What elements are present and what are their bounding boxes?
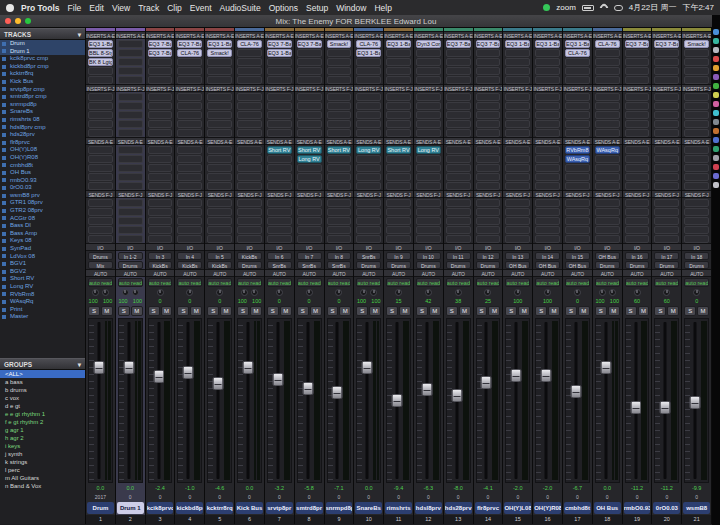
fader-handle[interactable]: [630, 401, 641, 414]
send-slot[interactable]: [535, 226, 560, 234]
send-slot[interactable]: [148, 164, 173, 172]
insert-slot[interactable]: [684, 129, 709, 137]
send-slot[interactable]: Short RV: [386, 146, 411, 154]
send-slot[interactable]: [654, 146, 679, 154]
insert-slot[interactable]: [535, 58, 560, 66]
pan-knob[interactable]: [122, 289, 129, 296]
fader-handle[interactable]: [570, 385, 581, 398]
send-slot[interactable]: [595, 217, 620, 225]
insert-slot[interactable]: [118, 102, 143, 110]
insert-slot[interactable]: [327, 93, 352, 101]
track-name-button[interactable]: OH(Y)L08: [504, 502, 531, 514]
menu-item-edit[interactable]: Edit: [89, 3, 104, 13]
send-slot[interactable]: [625, 155, 650, 163]
menu-item-track[interactable]: Track: [138, 3, 159, 13]
dock-icon-12[interactable]: [713, 137, 719, 143]
pan-knob[interactable]: [335, 289, 342, 296]
insert-slot[interactable]: [356, 67, 381, 75]
insert-slot[interactable]: [148, 67, 173, 75]
solo-button[interactable]: S: [654, 306, 666, 316]
solo-button[interactable]: S: [535, 306, 547, 316]
fader-handle[interactable]: [93, 361, 104, 374]
send-slot[interactable]: [416, 226, 441, 234]
send-slot[interactable]: [535, 155, 560, 163]
insert-slot[interactable]: [595, 49, 620, 57]
insert-slot[interactable]: [386, 111, 411, 119]
send-slot[interactable]: [595, 235, 620, 243]
insert-slot[interactable]: [654, 49, 679, 57]
insert-slot[interactable]: [535, 102, 560, 110]
send-slot[interactable]: [88, 146, 113, 154]
insert-slot[interactable]: [237, 67, 262, 75]
send-slot[interactable]: [565, 182, 590, 190]
send-slot[interactable]: [148, 173, 173, 181]
fader-handle[interactable]: [272, 373, 283, 386]
menu-item-clip[interactable]: Clip: [167, 3, 182, 13]
insert-slot[interactable]: [446, 58, 471, 66]
send-slot[interactable]: [267, 173, 292, 181]
send-slot[interactable]: [207, 155, 232, 163]
mute-button[interactable]: M: [578, 306, 590, 316]
insert-slot[interactable]: CLA-76: [237, 40, 262, 48]
send-slot[interactable]: [207, 164, 232, 172]
dock-icon-3[interactable]: [713, 56, 719, 62]
send-slot[interactable]: [177, 199, 202, 207]
input-selector[interactable]: In 7: [297, 252, 322, 260]
send-slot[interactable]: [237, 199, 262, 207]
insert-slot[interactable]: [267, 111, 292, 119]
send-slot[interactable]: [88, 199, 113, 207]
send-slot[interactable]: [327, 208, 352, 216]
mute-button[interactable]: M: [638, 306, 650, 316]
input-selector[interactable]: In 9: [386, 252, 411, 260]
menu-bar-date[interactable]: 4月22日 周一: [629, 2, 677, 13]
input-selector[interactable]: In 4: [177, 252, 202, 260]
battery-icon[interactable]: [582, 5, 594, 11]
track-list-item[interactable]: GTR1 08prv: [0, 199, 85, 207]
fader-handle[interactable]: [600, 361, 611, 374]
fader-handle[interactable]: [451, 389, 462, 402]
insert-slot[interactable]: [267, 58, 292, 66]
insert-slot[interactable]: EQ3 7-Band: [177, 40, 202, 48]
insert-slot[interactable]: [177, 102, 202, 110]
insert-slot[interactable]: [118, 40, 143, 48]
insert-slot[interactable]: [476, 67, 501, 75]
insert-slot[interactable]: [654, 111, 679, 119]
mute-button[interactable]: M: [488, 306, 500, 316]
insert-slot[interactable]: [118, 93, 143, 101]
send-slot[interactable]: [297, 235, 322, 243]
dock-icon-0[interactable]: [713, 29, 719, 35]
solo-button[interactable]: S: [625, 306, 637, 316]
pan-knob[interactable]: [370, 289, 377, 296]
track-list-item[interactable]: kickbd8pr cmp: [0, 63, 85, 71]
send-slot[interactable]: [505, 164, 530, 172]
send-slot[interactable]: [237, 235, 262, 243]
insert-slot[interactable]: [327, 111, 352, 119]
menu-item-event[interactable]: Event: [190, 3, 212, 13]
send-slot[interactable]: [297, 164, 322, 172]
track-list-item[interactable]: wsmB8 prv: [0, 192, 85, 200]
dock-icon-13[interactable]: [713, 146, 719, 152]
mute-button[interactable]: M: [548, 306, 560, 316]
insert-slot[interactable]: [505, 93, 530, 101]
insert-slot[interactable]: [625, 102, 650, 110]
insert-slot[interactable]: [386, 93, 411, 101]
send-slot[interactable]: [386, 226, 411, 234]
automation-mode-button[interactable]: auto read: [535, 278, 560, 287]
mute-button[interactable]: M: [310, 306, 322, 316]
insert-slot[interactable]: [505, 58, 530, 66]
insert-slot[interactable]: [207, 120, 232, 128]
automation-mode-button[interactable]: auto read: [118, 278, 143, 287]
insert-slot[interactable]: [535, 67, 560, 75]
send-slot[interactable]: [297, 217, 322, 225]
insert-slot[interactable]: [476, 58, 501, 66]
insert-slot[interactable]: [654, 93, 679, 101]
send-slot[interactable]: [356, 199, 381, 207]
mute-button[interactable]: M: [339, 306, 351, 316]
dock-icon-5[interactable]: [713, 74, 719, 80]
track-list-item[interactable]: Master: [0, 313, 85, 321]
send-slot[interactable]: [684, 173, 709, 181]
pan-knob[interactable]: [241, 289, 248, 296]
send-slot[interactable]: [356, 182, 381, 190]
send-slot[interactable]: [535, 173, 560, 181]
send-slot[interactable]: [267, 199, 292, 207]
